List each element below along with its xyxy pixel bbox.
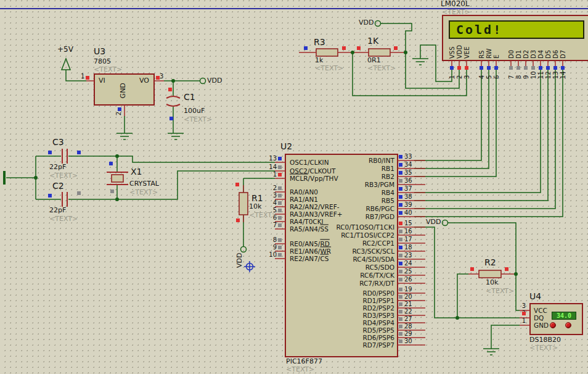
r3-body[interactable] <box>316 49 338 56</box>
x1-body[interactable] <box>112 175 123 182</box>
u2-pin-label: RD6/PSP6 <box>362 334 394 341</box>
rk1-body[interactable] <box>369 49 390 56</box>
u2-placeholder: <TEXT> <box>286 366 314 373</box>
c2-value: 22pF <box>49 207 66 214</box>
lcd-ref: LM020L <box>441 0 470 8</box>
u2-pin-number: 17 <box>404 236 412 243</box>
u2-pin-number: 36 <box>404 177 412 184</box>
pin-state-marker <box>399 203 402 207</box>
r2-body[interactable] <box>479 270 501 278</box>
u3-ref: U3 <box>94 47 105 56</box>
lcd-display: Cold! <box>449 20 584 39</box>
r1-body[interactable] <box>239 193 248 215</box>
u2-pin-number: 28 <box>404 323 412 330</box>
u2-pin-number: 22 <box>404 308 412 315</box>
pin-state-marker <box>77 151 81 154</box>
u4-pin-name: GND <box>534 322 549 329</box>
pin-state-marker <box>48 151 52 154</box>
u2-pin-label: RD5/PSP5 <box>362 326 394 334</box>
pin-state-marker <box>278 194 282 197</box>
pin-state-marker <box>399 310 402 314</box>
ds18b20-temp-up-button[interactable] <box>550 322 556 328</box>
pin-state-marker <box>465 66 468 70</box>
pin-state-marker <box>399 230 402 233</box>
junction-dot <box>455 316 459 320</box>
c2-ref: C2 <box>52 181 64 191</box>
u2-pin-number: 39 <box>404 201 412 208</box>
vdd-terminal-r2[interactable] <box>443 220 448 226</box>
r3-placeholder: <TEXT> <box>315 65 343 72</box>
u2-pin-label: RC6/TX/CK <box>360 272 395 279</box>
c1-plates[interactable] <box>166 96 180 106</box>
c3-plates[interactable] <box>62 149 67 164</box>
u2-pin-number: 14 <box>269 164 277 170</box>
u2-pin-label: RA2/AN2/VREF- <box>290 203 340 210</box>
u2-pin-label: RB2 <box>382 173 394 180</box>
c3-value: 22pF <box>49 164 66 171</box>
pin-state-marker <box>48 194 52 197</box>
c3-ref: C3 <box>52 138 64 147</box>
lcd-pin-number: 7 <box>508 75 515 79</box>
u2-pin-label: RB5 <box>382 197 394 204</box>
pin-state-marker <box>86 76 89 80</box>
u2-pin-number: 19 <box>404 286 412 293</box>
schematic-canvas[interactable]: 13OSC1/CLKIN14OSC2/CLKOUT1MCLR/Vpp/THV2R… <box>0 0 588 374</box>
r3-value: 1k <box>315 57 323 64</box>
plus5v-arrow-icon[interactable] <box>62 59 70 70</box>
u2-pin-number: 3 <box>273 192 277 199</box>
bus-terminal-icon[interactable] <box>3 171 6 185</box>
pin-state-marker <box>278 201 282 205</box>
pin-state-marker <box>399 211 402 215</box>
u4-pin-name: DQ <box>534 314 544 322</box>
lcd-pin-name: VEE <box>463 47 470 59</box>
pin-state-marker <box>531 66 535 70</box>
pin-state-marker <box>457 66 461 70</box>
junction-dot <box>115 154 119 158</box>
vdd-terminal-u3[interactable] <box>200 78 206 84</box>
u2-pin-number: 10 <box>269 251 277 258</box>
pin-state-marker <box>304 46 308 50</box>
pin-state-marker <box>487 66 491 70</box>
pin-state-marker <box>357 46 361 50</box>
u2-pin-label: RA5/AN4/SS <box>290 225 329 233</box>
lcd-pin-number: 3 <box>463 75 470 79</box>
lcd-pin-number: 10 <box>530 71 537 79</box>
vdd-terminal-top[interactable] <box>375 21 381 27</box>
lcd-pin-number: 4 <box>478 75 485 79</box>
r2-placeholder: <TEXT> <box>486 288 514 295</box>
u2-pin-label: RB0/INT <box>369 157 395 164</box>
u2-pin-number: 34 <box>404 161 412 168</box>
lcd-pin-number: 2 <box>456 75 463 79</box>
pin-state-marker <box>399 246 402 249</box>
u2-pin-label: OSC2/CLKOUT <box>290 167 336 175</box>
junction-dot <box>404 51 407 54</box>
u3-pin-vi-label: VI <box>99 77 105 85</box>
pin-state-marker <box>399 317 402 321</box>
u2-pin-label: RA0/AN0 <box>290 188 318 196</box>
pin-state-marker <box>278 253 282 257</box>
u2-pin-number: 35 <box>404 169 412 176</box>
pin-state-marker <box>494 66 498 70</box>
u2-pin-number: 25 <box>404 268 412 275</box>
pin-state-marker <box>399 179 402 183</box>
c2-plates[interactable] <box>62 192 67 207</box>
u3-placeholder: <TEXT> <box>94 66 122 73</box>
pin-state-marker <box>110 189 114 193</box>
junction-dot <box>34 176 38 180</box>
ds18b20-temp-down-button[interactable] <box>565 322 571 328</box>
pin-state-marker <box>342 46 346 50</box>
pin-state-marker <box>399 262 402 265</box>
u2-pin-number: 23 <box>404 252 412 259</box>
lcd-pin-name: RW <box>486 48 492 59</box>
pin-state-marker <box>399 195 402 199</box>
c3-placeholder: <TEXT> <box>49 172 78 180</box>
u2-pin-number: 4 <box>273 199 277 206</box>
pin-state-marker <box>168 88 172 91</box>
u4-ref: U4 <box>529 292 541 301</box>
u2-pin-label: RC0/T1OSO/T1CKI <box>336 223 394 231</box>
u2-pin-number: 8 <box>273 236 277 243</box>
u2-pin-number: 9 <box>273 244 277 251</box>
r1-placeholder: <TEXT> <box>249 212 277 219</box>
u2-ref: U2 <box>280 142 292 151</box>
r1-ref: R1 <box>251 194 263 203</box>
